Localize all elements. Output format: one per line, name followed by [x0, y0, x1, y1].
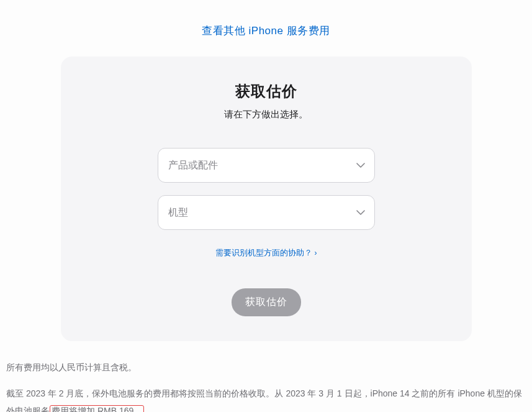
- footer-note-2: 截至 2023 年 2 月底，保外电池服务的费用都将按照当前的价格收取。从 20…: [6, 385, 526, 412]
- product-select[interactable]: 产品或配件: [158, 148, 375, 183]
- get-estimate-button[interactable]: 获取估价: [232, 288, 301, 316]
- product-select-wrap: 产品或配件: [158, 148, 375, 183]
- product-select-placeholder: 产品或配件: [168, 159, 218, 172]
- footer-note-2-highlight: 费用将增加 RMB 169。: [50, 405, 144, 412]
- other-service-fees-link[interactable]: 查看其他 iPhone 服务费用: [202, 25, 330, 37]
- card-subtitle: 请在下方做出选择。: [86, 109, 447, 121]
- model-help-label: 需要识别机型方面的协助？: [215, 247, 312, 259]
- model-select-placeholder: 机型: [168, 206, 188, 219]
- top-link-row: 查看其他 iPhone 服务费用: [0, 0, 532, 57]
- model-help-link[interactable]: 需要识别机型方面的协助？ ›: [215, 247, 317, 259]
- model-select-wrap: 机型: [158, 195, 375, 230]
- chevron-right-icon: ›: [315, 249, 317, 257]
- submit-row: 获取估价: [86, 288, 447, 316]
- card-title: 获取估价: [86, 81, 447, 101]
- footer-note-1: 所有费用均以人民币计算且含税。: [6, 359, 526, 376]
- footer-notes: 所有费用均以人民币计算且含税。 截至 2023 年 2 月底，保外电池服务的费用…: [0, 341, 532, 412]
- model-select[interactable]: 机型: [158, 195, 375, 230]
- estimate-card: 获取估价 请在下方做出选择。 产品或配件 机型 需要识别机型方面的协助？ › 获…: [61, 57, 472, 341]
